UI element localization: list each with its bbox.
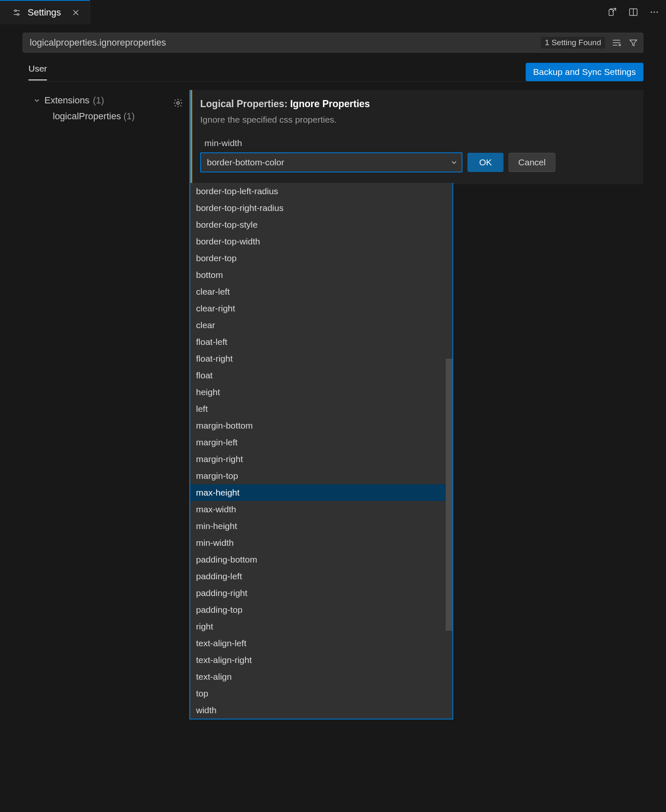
chevron-down-icon (33, 97, 41, 104)
dropdown-option[interactable]: width (190, 702, 452, 719)
dropdown-option[interactable]: clear-right (190, 300, 452, 317)
dropdown-option[interactable]: border-top-left-radius (190, 183, 452, 200)
dropdown-option[interactable]: padding-left (190, 568, 452, 585)
svg-rect-6 (609, 10, 613, 15)
setting-wrap: Logical Properties: Ignore Properties Ig… (167, 90, 643, 184)
dropdown-option[interactable]: float (190, 367, 452, 384)
tab-bar: Settings (0, 0, 666, 24)
setting-title: Logical Properties: Ignore Properties (200, 98, 632, 110)
settings-content: 1 Setting Found User Backup and Sync Set… (0, 24, 666, 184)
dropdown-option[interactable]: border-top (190, 250, 452, 267)
settings-tree: Extensions (1) logicalProperties (1) (23, 90, 167, 184)
close-icon[interactable] (70, 7, 81, 18)
dropdown-option[interactable]: text-align (190, 668, 452, 685)
settings-icon (12, 8, 22, 18)
dropdown-option[interactable]: float-right (190, 350, 452, 367)
dropdown-option[interactable]: top (190, 685, 452, 702)
svg-point-3 (17, 13, 19, 15)
filter-icon[interactable] (626, 36, 640, 50)
dropdown-option[interactable]: bottom (190, 267, 452, 283)
tab-actions (607, 0, 660, 24)
dropdown-option[interactable]: padding-right (190, 585, 452, 601)
dropdown-option[interactable]: margin-top (190, 468, 452, 484)
dropdown-option[interactable]: float-left (190, 334, 452, 350)
setting-list: min-width OK Cancel (200, 135, 632, 172)
scrollbar-thumb[interactable] (446, 359, 452, 631)
dropdown-option[interactable]: right (190, 618, 452, 635)
svg-point-11 (656, 11, 658, 13)
svg-point-10 (653, 11, 655, 13)
svg-point-9 (651, 11, 652, 13)
dropdown-option[interactable]: left (190, 401, 452, 417)
dropdown-option[interactable]: padding-top (190, 601, 452, 618)
setting-name: Ignore Properties (290, 98, 370, 109)
dropdown-option[interactable]: margin-right (190, 451, 452, 468)
dropdown-option[interactable]: height (190, 384, 452, 401)
settings-tab[interactable]: Settings (0, 0, 90, 24)
tree-group-count: (1) (93, 95, 104, 106)
ok-button[interactable]: OK (467, 153, 503, 172)
setting-card: Logical Properties: Ignore Properties Ig… (189, 90, 643, 184)
tree-item-label: logicalProperties (53, 111, 121, 121)
dropdown-option[interactable]: min-width (190, 534, 452, 551)
tree-item-count: (1) (124, 111, 135, 121)
dropdown-option[interactable]: padding-bottom (190, 551, 452, 568)
dropdown-option[interactable]: border-top-width (190, 233, 452, 250)
dropdown-option[interactable]: max-width (190, 501, 452, 518)
combo-input[interactable] (200, 152, 462, 172)
gear-icon[interactable] (173, 98, 183, 108)
scope-divider (23, 81, 643, 82)
list-existing-item[interactable]: min-width (200, 135, 632, 152)
tab-label: Settings (28, 7, 61, 18)
dropdown-option[interactable]: margin-left (190, 434, 452, 451)
dropdown-option[interactable]: clear-left (190, 283, 452, 300)
clear-search-icon[interactable] (609, 36, 624, 50)
setting-category: Logical Properties: (200, 98, 290, 109)
combo-dropdown: border-top-left-radiusborder-top-right-r… (189, 183, 453, 719)
dropdown-option[interactable]: border-top-style (190, 216, 452, 233)
scope-row: User Backup and Sync Settings (23, 63, 643, 81)
combo-row: OK Cancel (200, 152, 632, 172)
combo (200, 152, 462, 172)
tree-item-logicalproperties[interactable]: logicalProperties (1) (23, 108, 167, 124)
dropdown-option[interactable]: border-top-right-radius (190, 200, 452, 216)
more-actions-icon[interactable] (648, 6, 660, 18)
dropdown-option[interactable]: margin-bottom (190, 417, 452, 434)
setting-description: Ignore the specified css properties. (200, 115, 632, 125)
dropdown-option[interactable]: text-align-right (190, 652, 452, 668)
settings-search-row: 1 Setting Found (23, 33, 643, 53)
backup-sync-button[interactable]: Backup and Sync Settings (526, 63, 643, 81)
dropdown-list: border-top-left-radiusborder-top-right-r… (190, 183, 452, 719)
dropdown-option[interactable]: text-align-left (190, 635, 452, 652)
scope-tabs: User (23, 64, 47, 80)
settings-search-input[interactable] (23, 37, 541, 48)
settings-body: Extensions (1) logicalProperties (1) Log… (23, 90, 643, 184)
dropdown-option[interactable]: max-height (190, 484, 452, 501)
dropdown-option[interactable]: clear (190, 317, 452, 334)
split-editor-icon[interactable] (627, 6, 639, 18)
svg-point-17 (177, 102, 179, 104)
dropdown-option[interactable]: min-height (190, 518, 452, 534)
tree-group-label: Extensions (44, 95, 90, 106)
tree-group-extensions[interactable]: Extensions (1) (23, 93, 167, 108)
svg-point-2 (15, 10, 16, 11)
cancel-button[interactable]: Cancel (509, 153, 555, 172)
scope-tab-user[interactable]: User (28, 64, 47, 80)
search-result-badge: 1 Setting Found (541, 37, 605, 49)
open-changes-icon[interactable] (607, 6, 618, 18)
